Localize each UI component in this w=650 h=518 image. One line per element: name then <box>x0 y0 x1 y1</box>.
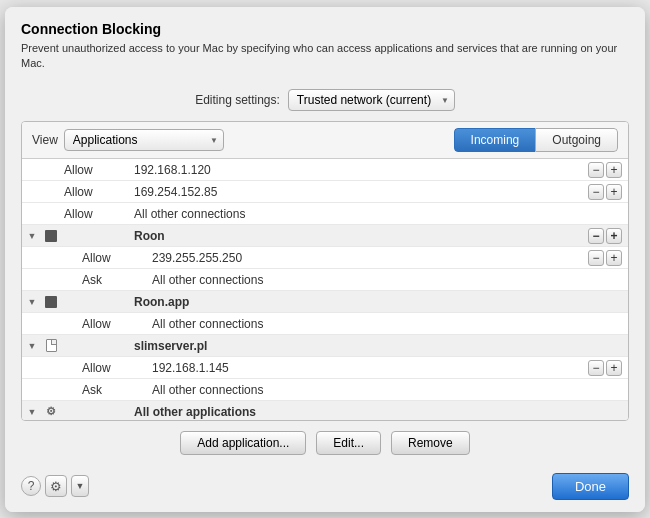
expand-toggle[interactable]: ▼ <box>22 231 42 241</box>
row-name: All other connections <box>148 381 578 399</box>
editing-settings-select-wrapper[interactable]: Trusted network (current) <box>288 89 455 111</box>
app-icon: ⚙ <box>42 405 60 418</box>
row-buttons: − + <box>578 162 628 178</box>
add-application-button[interactable]: Add application... <box>180 431 306 455</box>
group-name: Roon <box>130 227 578 245</box>
row-action: Allow <box>78 315 148 333</box>
group-name: Roon.app <box>130 293 578 311</box>
add-row-button[interactable]: + <box>606 162 622 178</box>
row-action: Allow <box>78 359 148 377</box>
view-select-wrapper[interactable]: Applications <box>64 129 224 151</box>
segmented-control: Incoming Outgoing <box>454 128 618 152</box>
group-name: All other applications <box>130 403 578 420</box>
row-action: Allow <box>60 205 130 223</box>
gear-button[interactable]: ⚙ <box>45 475 67 497</box>
remove-row-button[interactable]: − <box>588 250 604 266</box>
row-name: 192.168.1.145 <box>148 359 578 377</box>
done-button[interactable]: Done <box>552 473 629 500</box>
row-action: Allow <box>60 183 130 201</box>
group-header-row[interactable]: ▼ Roon.app <box>22 291 628 313</box>
row-action <box>60 300 130 304</box>
window-description: Prevent unauthorized access to your Mac … <box>21 41 629 72</box>
group-header-row[interactable]: ▼ slimserver.pl <box>22 335 628 357</box>
table-row[interactable]: Allow 169.254.152.85 − + <box>22 181 628 203</box>
app-icon <box>42 296 60 308</box>
remove-row-button[interactable]: − <box>588 228 604 244</box>
square-icon <box>45 230 57 242</box>
outgoing-button[interactable]: Outgoing <box>535 128 618 152</box>
row-action <box>60 344 130 348</box>
remove-row-button[interactable]: − <box>588 162 604 178</box>
gear-icon: ⚙ <box>46 405 56 418</box>
row-name: All other connections <box>148 315 578 333</box>
square-icon <box>45 296 57 308</box>
bottom-buttons-row: Add application... Edit... Remove <box>5 421 645 465</box>
add-row-button[interactable]: + <box>606 184 622 200</box>
file-icon <box>46 339 57 352</box>
editing-settings-row: Editing settings: Trusted network (curre… <box>5 79 645 121</box>
toolbar: View Applications Incoming Outgoing <box>22 122 628 159</box>
table-row[interactable]: Ask All other connections <box>22 269 628 291</box>
editing-settings-label: Editing settings: <box>195 93 280 107</box>
add-row-button[interactable]: + <box>606 360 622 376</box>
group-header-row[interactable]: ▼ ⚙ All other applications <box>22 401 628 419</box>
title-bar: Connection Blocking Prevent unauthorized… <box>5 7 645 80</box>
row-action: Allow <box>78 249 148 267</box>
expand-toggle[interactable]: ▼ <box>22 297 42 307</box>
row-buttons: − + <box>578 184 628 200</box>
app-icon <box>42 230 60 242</box>
gear-icon: ⚙ <box>50 479 62 494</box>
group-header-row[interactable]: ▼ Roon − + <box>22 225 628 247</box>
row-name: All other connections <box>130 205 578 223</box>
table-row[interactable]: Ask All other connections <box>22 379 628 401</box>
row-name: 169.254.152.85 <box>130 183 578 201</box>
dropdown-button[interactable]: ▼ <box>71 475 89 497</box>
table-row[interactable]: Allow All other connections <box>22 203 628 225</box>
group-name: slimserver.pl <box>130 337 578 355</box>
row-name: 192.168.1.120 <box>130 161 578 179</box>
window-title: Connection Blocking <box>21 21 629 37</box>
footer: ? ⚙ ▼ Done <box>5 465 645 512</box>
row-buttons: − + <box>578 250 628 266</box>
editing-settings-select[interactable]: Trusted network (current) <box>288 89 455 111</box>
remove-button[interactable]: Remove <box>391 431 470 455</box>
view-row: View Applications <box>32 129 224 151</box>
row-name: 239.255.255.250 <box>148 249 578 267</box>
main-content-panel: View Applications Incoming Outgoing Allo… <box>21 121 629 420</box>
footer-left: ? ⚙ ▼ <box>21 475 89 497</box>
row-action <box>60 410 130 414</box>
edit-button[interactable]: Edit... <box>316 431 381 455</box>
expand-toggle[interactable]: ▼ <box>22 341 42 351</box>
row-action: Allow <box>60 161 130 179</box>
table-row[interactable]: Allow All other connections <box>22 313 628 335</box>
view-select[interactable]: Applications <box>64 129 224 151</box>
remove-row-button[interactable]: − <box>588 360 604 376</box>
table-row[interactable]: Allow 192.168.1.145 − + <box>22 357 628 379</box>
incoming-button[interactable]: Incoming <box>454 128 536 152</box>
expand-toggle[interactable]: ▼ <box>22 407 42 417</box>
table-row[interactable]: Allow 239.255.255.250 − + <box>22 247 628 269</box>
connection-blocking-window: Connection Blocking Prevent unauthorized… <box>5 7 645 512</box>
row-buttons: − + <box>578 228 628 244</box>
chevron-down-icon: ▼ <box>76 481 85 491</box>
row-action: Ask <box>78 381 148 399</box>
table-row[interactable]: Allow 192.168.1.120 − + <box>22 159 628 181</box>
view-label: View <box>32 133 58 147</box>
app-icon <box>42 339 60 352</box>
applications-table: Allow 192.168.1.120 − + Allow 169.254.15… <box>22 159 628 419</box>
remove-row-button[interactable]: − <box>588 184 604 200</box>
table-container: Allow 192.168.1.120 − + Allow 169.254.15… <box>22 159 628 419</box>
row-action: Ask <box>78 271 148 289</box>
row-name: All other connections <box>148 271 578 289</box>
add-row-button[interactable]: + <box>606 250 622 266</box>
row-buttons: − + <box>578 360 628 376</box>
help-button[interactable]: ? <box>21 476 41 496</box>
add-row-button[interactable]: + <box>606 228 622 244</box>
row-action <box>60 234 130 238</box>
